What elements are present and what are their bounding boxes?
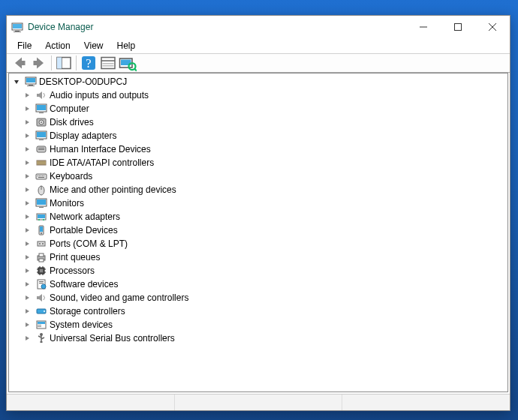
back-button[interactable]	[11, 55, 29, 71]
menu-file[interactable]: File	[11, 39, 38, 52]
portable-icon	[35, 224, 47, 236]
tree-item[interactable]: Universal Serial Bus controllers	[9, 332, 507, 345]
software-icon	[35, 278, 47, 290]
expander-icon[interactable]	[23, 104, 32, 113]
tree-item[interactable]: Computer	[9, 102, 507, 116]
device-manager-window: Device Manager File Action View Help ? D…	[6, 15, 510, 411]
tree-item[interactable]: Monitors	[9, 196, 507, 210]
network-icon	[35, 211, 47, 223]
expander-icon[interactable]	[23, 293, 32, 302]
toolbar-separator	[51, 56, 52, 70]
tree-item[interactable]: Portable Devices	[9, 224, 507, 237]
tree-item-label: System devices	[50, 320, 113, 330]
monitor-icon	[35, 103, 47, 115]
tree-item-label: Processors	[50, 266, 95, 276]
speaker-icon	[35, 89, 47, 101]
tree-item-label: Keyboards	[50, 171, 92, 182]
svg-rect-5	[455, 24, 462, 31]
tree-item[interactable]: Ports (COM & LPT)	[9, 237, 507, 250]
tree-item[interactable]: Sound, video and game controllers	[9, 291, 507, 304]
tree-item-label: Print queues	[50, 252, 100, 262]
monitor-icon	[35, 197, 47, 209]
toolbar-separator	[76, 56, 77, 70]
menu-help[interactable]: Help	[111, 39, 142, 52]
tree-item[interactable]: Processors	[9, 264, 507, 278]
tree-item[interactable]: Software devices	[9, 278, 507, 291]
expander-icon[interactable]	[12, 77, 21, 86]
usb-icon	[35, 332, 47, 344]
expander-icon[interactable]	[23, 320, 32, 329]
tree-item-label: Computer	[50, 104, 89, 114]
tree-item-label: Ports (COM & LPT)	[50, 238, 128, 249]
tree-item-label: Audio inputs and outputs	[50, 90, 149, 100]
expander-icon[interactable]	[23, 239, 32, 248]
expander-icon[interactable]	[23, 334, 32, 343]
svg-line-20	[134, 69, 137, 71]
svg-rect-2	[15, 31, 20, 32]
tree-item[interactable]: Disk drives	[9, 116, 507, 129]
tree-item-label: Universal Serial Bus controllers	[50, 333, 175, 344]
tree-item[interactable]: Audio inputs and outputs	[9, 88, 507, 102]
tree-item[interactable]: Keyboards	[9, 170, 507, 183]
tree-item[interactable]: Print queues	[9, 250, 507, 264]
expander-icon[interactable]	[23, 212, 32, 221]
tree-item[interactable]: Human Interface Devices	[9, 142, 507, 156]
svg-text:?: ?	[86, 56, 91, 70]
tree-item[interactable]: Mice and other pointing devices	[9, 183, 507, 196]
expander-icon[interactable]	[23, 226, 32, 235]
expander-icon[interactable]	[23, 199, 32, 208]
minimize-button[interactable]	[406, 16, 441, 38]
expander-icon[interactable]	[23, 172, 32, 181]
expander-icon[interactable]	[23, 145, 32, 154]
menu-view[interactable]: View	[78, 39, 110, 52]
expander-icon[interactable]	[23, 91, 32, 100]
tree-item-label: Mice and other pointing devices	[50, 184, 176, 195]
expander-icon[interactable]	[23, 280, 32, 289]
menubar: File Action View Help	[7, 38, 510, 53]
mouse-icon	[35, 184, 47, 196]
device-tree-pane[interactable]: DESKTOP-O0DUPCJAudio inputs and outputsC…	[8, 73, 508, 392]
close-button[interactable]	[475, 16, 510, 38]
tree-item[interactable]: Display adapters	[9, 129, 507, 142]
tree-root[interactable]: DESKTOP-O0DUPCJ	[9, 75, 507, 88]
titlebar: Device Manager	[7, 16, 510, 38]
show-hide-console-button[interactable]	[55, 55, 73, 71]
menu-action[interactable]: Action	[39, 39, 76, 52]
svg-rect-15	[103, 63, 114, 64]
expander-icon[interactable]	[23, 185, 32, 194]
svg-rect-10	[57, 58, 62, 69]
tree-item[interactable]: System devices	[9, 318, 507, 332]
forward-button[interactable]	[30, 55, 48, 71]
app-icon	[11, 21, 23, 33]
printer-icon	[35, 251, 47, 263]
computer-icon	[25, 76, 37, 88]
toolbar: ?	[7, 53, 510, 73]
expander-icon[interactable]	[23, 131, 32, 140]
system-icon	[35, 319, 47, 331]
cpu-icon	[35, 265, 47, 277]
help-button[interactable]: ?	[80, 55, 98, 71]
expander-icon[interactable]	[23, 266, 32, 275]
scan-hardware-button[interactable]	[119, 55, 137, 71]
port-icon	[35, 238, 47, 250]
tree-item-label: Network adapters	[50, 212, 120, 222]
expander-icon[interactable]	[23, 118, 32, 127]
tree-item[interactable]: IDE ATA/ATAPI controllers	[9, 156, 507, 170]
storage-icon	[35, 305, 47, 317]
speaker-icon	[35, 292, 47, 304]
tree-item[interactable]: Storage controllers	[9, 304, 507, 318]
expander-icon[interactable]	[23, 158, 32, 167]
svg-rect-1	[13, 24, 22, 28]
expander-icon[interactable]	[23, 307, 32, 316]
maximize-button[interactable]	[441, 16, 475, 38]
tree-item-label: Sound, video and game controllers	[50, 292, 188, 303]
svg-rect-16	[103, 65, 114, 67]
tree-item[interactable]: Network adapters	[9, 210, 507, 224]
properties-button[interactable]	[99, 55, 117, 71]
monitor-icon	[35, 130, 47, 142]
tree-item-label: Disk drives	[50, 117, 94, 128]
svg-rect-3	[14, 32, 21, 32]
keyboard-icon	[35, 170, 47, 182]
expander-icon[interactable]	[23, 253, 32, 262]
tree-item-label: IDE ATA/ATAPI controllers	[50, 158, 154, 168]
